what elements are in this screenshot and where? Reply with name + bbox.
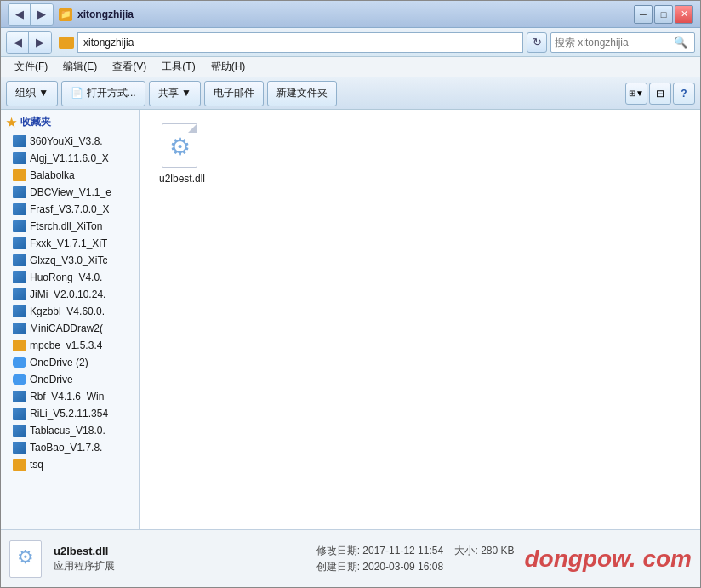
sidebar-label-16: RiLi_V5.2.11.354 — [30, 408, 108, 420]
address-path: xitongzhijia — [83, 37, 134, 49]
window-title: xitongzhijia — [77, 9, 134, 20]
sidebar-item-0[interactable]: 360YouXi_V3.8. — [1, 133, 139, 150]
sidebar-item-11[interactable]: MiniCADDraw2( — [1, 320, 139, 337]
installer-icon-15 — [13, 391, 26, 402]
sidebar-label-1: Algj_V1.11.6.0_X — [30, 152, 109, 164]
nav-back-forward[interactable]: ◀ ▶ — [8, 3, 54, 26]
forward-nav-button[interactable]: ▶ — [29, 32, 51, 53]
menu-bar: 文件(F) 编辑(E) 查看(V) 工具(T) 帮助(H) — [1, 57, 700, 77]
sidebar-label-7: Glxzq_V3.0_XiTc — [30, 254, 107, 266]
back-button[interactable]: ◀ — [9, 4, 31, 25]
sidebar-label-18: TaoBao_V1.7.8. — [30, 442, 102, 454]
folder-addr-icon — [59, 37, 74, 49]
size-value: 280 KB — [481, 545, 514, 557]
status-details: 修改日期: 2017-11-12 11:54 大小: 280 KB 创建日期: … — [316, 544, 515, 574]
sidebar-item-12[interactable]: mpcbe_v1.5.3.4 — [1, 337, 139, 354]
installer-icon-9 — [13, 288, 26, 300]
installer-icon-8 — [13, 271, 26, 283]
cloud-icon-13 — [13, 357, 26, 368]
sidebar-item-13[interactable]: OneDrive (2) — [1, 354, 139, 371]
sidebar-label-2: Balabolka — [30, 169, 75, 181]
installer-icon-5 — [13, 220, 26, 232]
refresh-button[interactable]: ↻ — [527, 32, 547, 53]
help-button[interactable]: ? — [673, 83, 695, 105]
share-button[interactable]: 共享 ▼ — [149, 81, 201, 106]
sidebar-item-5[interactable]: Ftsrch.dll_XiTon — [1, 218, 139, 235]
address-bar: ◀ ▶ xitongzhijia ↻ 🔍 — [1, 28, 700, 57]
installer-icon-10 — [13, 305, 26, 317]
sidebar-item-16[interactable]: RiLi_V5.2.11.354 — [1, 405, 139, 422]
status-info: u2lbest.dll 应用程序扩展 — [54, 545, 306, 574]
status-bar: ⚙ u2lbest.dll 应用程序扩展 修改日期: 2017-11-12 11… — [1, 529, 700, 587]
organize-button[interactable]: 组织 ▼ — [6, 81, 58, 106]
sidebar-label-9: JiMi_V2.0.10.24. — [30, 288, 105, 300]
sidebar-label-4: Frasf_V3.7.0.0_X — [30, 203, 109, 215]
columns-view-button[interactable]: ⊟ — [649, 83, 671, 105]
installer-icon-7 — [13, 254, 26, 266]
view-buttons: ⊞▼ ⊟ ? — [625, 83, 695, 105]
sidebar-item-9[interactable]: JiMi_V2.0.10.24. — [1, 286, 139, 303]
sidebar-item-1[interactable]: Algj_V1.11.6.0_X — [1, 150, 139, 167]
title-controls: ─ □ ✕ — [634, 5, 693, 24]
search-input[interactable] — [555, 37, 674, 49]
sidebar-label-17: Tablacus_V18.0. — [30, 425, 105, 437]
sidebar-label-12: mpcbe_v1.5.3.4 — [30, 340, 102, 351]
favorites-label: 收藏夹 — [20, 115, 51, 129]
nav-buttons[interactable]: ◀ ▶ — [6, 31, 52, 54]
sidebar-label-15: Rbf_V4.1.6_Win — [30, 391, 104, 402]
maximize-button[interactable]: □ — [654, 5, 673, 24]
new-folder-button[interactable]: 新建文件夹 — [267, 81, 337, 106]
sidebar-item-2[interactable]: Balabolka — [1, 167, 139, 184]
dll-file-icon: ⚙ — [162, 123, 202, 169]
sidebar-label-10: Kgzbbl_V4.60.0. — [30, 305, 105, 317]
menu-file[interactable]: 文件(F) — [8, 58, 54, 76]
sidebar-item-18[interactable]: TaoBao_V1.7.8. — [1, 439, 139, 456]
sidebar-item-4[interactable]: Frasf_V3.7.0.0_X — [1, 201, 139, 218]
gear-icon: ⚙ — [169, 133, 191, 161]
created-label: 创建日期: — [316, 561, 360, 573]
watermark: dongpow. com — [525, 545, 692, 573]
minimize-button[interactable]: ─ — [634, 5, 653, 24]
sidebar-item-19[interactable]: tsq — [1, 456, 139, 473]
sidebar-item-10[interactable]: Kgzbbl_V4.60.0. — [1, 303, 139, 320]
sidebar-item-8[interactable]: HuoRong_V4.0. — [1, 269, 139, 286]
title-bar: ◀ ▶ 📁 xitongzhijia ─ □ ✕ — [1, 1, 700, 28]
folder-icon-19 — [13, 459, 26, 471]
email-button[interactable]: 电子邮件 — [204, 81, 264, 106]
back-nav-button[interactable]: ◀ — [7, 32, 29, 53]
sidebar-item-7[interactable]: Glxzq_V3.0_XiTc — [1, 252, 139, 269]
cloud-icon-14 — [13, 374, 26, 385]
star-icon: ★ — [6, 116, 17, 129]
sidebar-item-15[interactable]: Rbf_V4.1.6_Win — [1, 388, 139, 405]
menu-view[interactable]: 查看(V) — [105, 58, 153, 76]
sidebar-label-0: 360YouXi_V3.8. — [30, 135, 103, 147]
modified-label: 修改日期: — [316, 545, 360, 557]
address-input[interactable]: xitongzhijia — [77, 32, 523, 53]
menu-tools[interactable]: 工具(T) — [155, 58, 202, 76]
search-box[interactable]: 🔍 — [550, 32, 695, 53]
menu-help[interactable]: 帮助(H) — [204, 58, 253, 76]
file-item-dll[interactable]: ⚙ u2lbest.dll — [148, 118, 216, 190]
status-file-icon: ⚙ — [9, 540, 43, 578]
sidebar-item-17[interactable]: Tablacus_V18.0. — [1, 422, 139, 439]
status-gear-icon: ⚙ — [17, 546, 34, 568]
sidebar-label-14: OneDrive — [30, 374, 73, 385]
sidebar-item-6[interactable]: Fxxk_V1.7.1_XiT — [1, 235, 139, 252]
installer-icon-3 — [13, 186, 26, 198]
search-icon: 🔍 — [674, 36, 687, 49]
installer-icon-0 — [13, 135, 26, 147]
menu-edit[interactable]: 编辑(E) — [56, 58, 104, 76]
open-with-button[interactable]: 📄 打开方式... — [61, 81, 145, 106]
close-button[interactable]: ✕ — [675, 5, 693, 24]
forward-button[interactable]: ▶ — [31, 4, 53, 25]
sidebar-label-5: Ftsrch.dll_XiTon — [30, 220, 102, 232]
sidebar-item-14[interactable]: OneDrive — [1, 371, 139, 388]
favorites-header[interactable]: ★ 收藏夹 — [1, 110, 139, 133]
view-toggle-button[interactable]: ⊞▼ — [625, 83, 647, 105]
sidebar-item-3[interactable]: DBCView_V1.1_e — [1, 184, 139, 201]
installer-icon-4 — [13, 203, 26, 215]
sidebar-label-13: OneDrive (2) — [30, 357, 88, 368]
status-modified: 修改日期: 2017-11-12 11:54 大小: 280 KB — [316, 544, 515, 558]
status-created: 创建日期: 2020-03-09 16:08 — [316, 560, 515, 574]
file-name-label: u2lbest.dll — [159, 173, 205, 185]
